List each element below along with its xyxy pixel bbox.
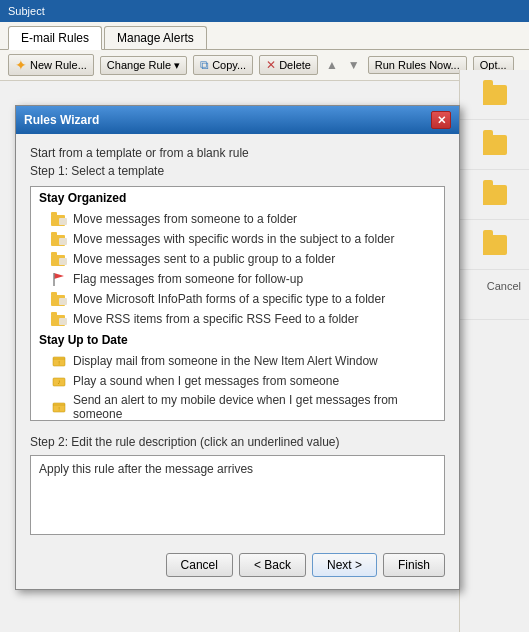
svg-rect-4 xyxy=(51,232,57,236)
rule-move-infopath[interactable]: Move Microsoft InfoPath forms of a speci… xyxy=(31,289,444,309)
alert-icon-2: ! xyxy=(51,399,67,415)
svg-rect-1 xyxy=(51,212,57,216)
rules-list[interactable]: Stay Organized Move messages from someon… xyxy=(30,186,445,421)
svg-rect-15 xyxy=(51,312,57,316)
folder-move-icon-2 xyxy=(51,231,67,247)
step2-label: Step 2: Edit the rule description (click… xyxy=(30,435,445,449)
tab-manage-alerts[interactable]: Manage Alerts xyxy=(104,26,207,49)
arrow-up-icon: ▲ xyxy=(326,58,338,72)
svg-rect-7 xyxy=(51,252,57,256)
right-panel: Cancel xyxy=(459,70,529,632)
folder-icon-3 xyxy=(483,185,507,205)
outlook-title: Subject xyxy=(8,5,45,17)
svg-marker-9 xyxy=(54,273,64,279)
copy-icon: ⧉ xyxy=(200,58,209,72)
dialog-intro-text: Start from a template or from a blank ru… xyxy=(30,146,445,160)
rule-move-specific-words[interactable]: Move messages with specific words in the… xyxy=(31,229,444,249)
dialog-title: Rules Wizard xyxy=(24,113,99,127)
back-button[interactable]: < Back xyxy=(239,553,306,577)
cancel-bg-label: Cancel xyxy=(487,280,521,292)
svg-text:♪: ♪ xyxy=(57,378,61,385)
flag-icon xyxy=(51,271,67,287)
dialog-titlebar: Rules Wizard ✕ xyxy=(16,106,459,134)
svg-rect-5 xyxy=(59,238,67,245)
rule-move-from-someone[interactable]: Move messages from someone to a folder xyxy=(31,209,444,229)
rule-description-text: Apply this rule after the message arrive… xyxy=(39,462,253,476)
sound-icon: ♪ xyxy=(51,373,67,389)
section-header-stay-organized: Stay Organized xyxy=(31,187,444,209)
folder-move-icon-4 xyxy=(51,291,67,307)
new-rule-icon: ✦ xyxy=(15,57,27,73)
finish-button[interactable]: Finish xyxy=(383,553,445,577)
dialog-close-button[interactable]: ✕ xyxy=(431,111,451,129)
right-item-2 xyxy=(460,120,529,170)
tab-bar: E-mail Rules Manage Alerts xyxy=(0,22,529,50)
dialog-body: Start from a template or from a blank ru… xyxy=(16,134,459,589)
tab-email-rules[interactable]: E-mail Rules xyxy=(8,26,102,50)
run-rules-button[interactable]: Run Rules Now... xyxy=(368,56,467,74)
next-button[interactable]: Next > xyxy=(312,553,377,577)
rule-move-rss[interactable]: Move RSS items from a specific RSS Feed … xyxy=(31,309,444,329)
rule-play-sound[interactable]: ♪ Play a sound when I get messages from … xyxy=(31,371,444,391)
folder-move-icon-5 xyxy=(51,311,67,327)
dialog-step1-label: Step 1: Select a template xyxy=(30,164,445,178)
right-item-1 xyxy=(460,70,529,120)
new-rule-button[interactable]: ✦ New Rule... xyxy=(8,54,94,76)
outlook-titlebar: Subject xyxy=(0,0,529,22)
rule-move-public-group[interactable]: Move messages sent to a public group to … xyxy=(31,249,444,269)
rule-flag-followup[interactable]: Flag messages from someone for follow-up xyxy=(31,269,444,289)
delete-icon: ✕ xyxy=(266,58,276,72)
cancel-button[interactable]: Cancel xyxy=(166,553,233,577)
rules-wizard-dialog: Rules Wizard ✕ Start from a template or … xyxy=(15,105,460,590)
rule-display-new-item[interactable]: ! Display mail from someone in the New I… xyxy=(31,351,444,371)
svg-rect-16 xyxy=(59,318,67,325)
folder-move-icon-3 xyxy=(51,251,67,267)
dialog-footer: Cancel < Back Next > Finish xyxy=(30,549,445,577)
copy-button[interactable]: ⧉ Copy... xyxy=(193,55,253,75)
folder-icon-4 xyxy=(483,235,507,255)
folder-icon-1 xyxy=(483,85,507,105)
right-item-4 xyxy=(460,220,529,270)
arrow-down-icon: ▼ xyxy=(348,58,360,72)
svg-rect-2 xyxy=(59,218,67,225)
right-item-3 xyxy=(460,170,529,220)
folder-icon-2 xyxy=(483,135,507,155)
toolbar: ✦ New Rule... Change Rule ▾ ⧉ Copy... ✕ … xyxy=(0,50,529,81)
section-header-stay-up-to-date: Stay Up to Date xyxy=(31,329,444,351)
rule-send-alert-device[interactable]: ! Send an alert to my mobile device when… xyxy=(31,391,444,421)
delete-button[interactable]: ✕ Delete xyxy=(259,55,318,75)
right-item-5: Cancel xyxy=(460,270,529,320)
svg-rect-12 xyxy=(51,292,57,296)
svg-rect-8 xyxy=(59,258,67,265)
folder-move-icon-1 xyxy=(51,211,67,227)
svg-rect-13 xyxy=(59,298,67,305)
rule-description-box[interactable]: Apply this rule after the message arrive… xyxy=(30,455,445,535)
change-rule-button[interactable]: Change Rule ▾ xyxy=(100,56,187,75)
alert-icon-1: ! xyxy=(51,353,67,369)
